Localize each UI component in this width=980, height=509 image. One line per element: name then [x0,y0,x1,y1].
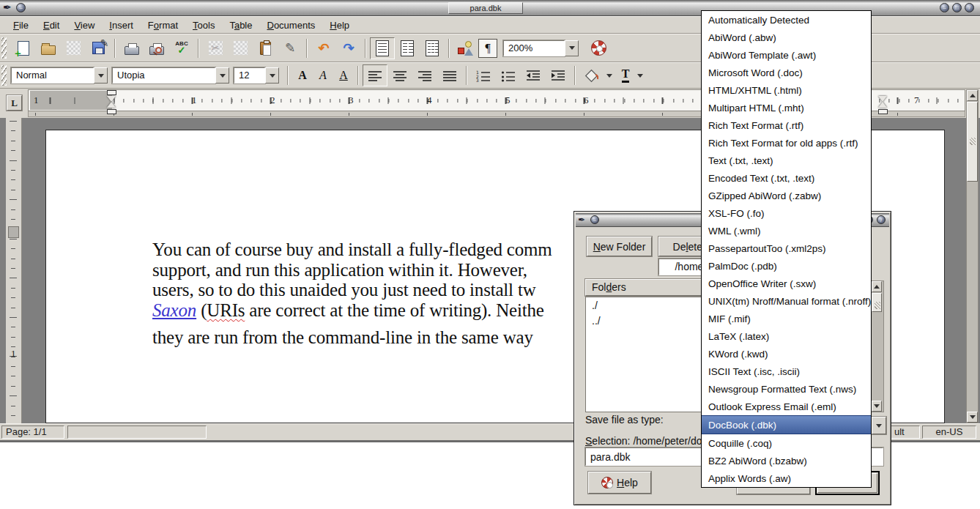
align-center-button[interactable] [387,64,412,86]
menu-tools[interactable]: Tools [187,18,220,32]
left-indent-marker[interactable] [107,96,116,108]
menu-view[interactable]: View [68,18,100,32]
redo-button[interactable]: ↷ [336,37,361,59]
format-option[interactable]: GZipped AbiWord (.zabw) [702,187,871,204]
font-dropdown-button[interactable] [215,67,229,83]
window-menu-button[interactable]: – [16,3,26,12]
format-option[interactable]: AbiWord (.abw) [702,29,871,46]
format-painter-button[interactable]: ✎ [278,37,302,59]
format-option[interactable]: WML (.wml) [702,222,871,239]
toolbar-drag-handle[interactable] [1,65,7,85]
vertical-ruler[interactable]: 1 [6,118,22,423]
format-option[interactable]: OpenOffice Writer (.sxw) [702,275,871,292]
increase-indent-button[interactable] [546,64,571,86]
close-button[interactable]: / [965,3,974,12]
format-option[interactable]: Rich Text Format for old apps (.rtf) [702,134,871,152]
dialog-window-menu-button[interactable]: – [590,215,599,224]
align-left-button[interactable] [363,64,387,86]
open-button[interactable] [36,37,61,59]
scroll-down-button[interactable] [967,412,978,423]
insert-graphic-button[interactable] [453,37,478,59]
tab-selector-button[interactable]: L [7,95,22,111]
view-two-column-button[interactable] [395,37,420,59]
font-value[interactable]: Utopia [112,67,215,83]
format-option[interactable]: Coquille (.coq) [702,434,871,452]
scroll-up-button[interactable] [967,90,978,101]
format-option[interactable]: XSL-FO (.fo) [702,204,871,222]
first-line-indent-marker[interactable] [107,90,116,95]
format-option[interactable]: LaTeX (.latex) [702,327,871,345]
vertical-margin-marker[interactable] [8,226,19,238]
style-dropdown-button[interactable] [94,67,108,83]
format-option[interactable]: AbiWord Template (.awt) [702,46,871,64]
scrollbar-thumb[interactable] [967,102,978,182]
format-option[interactable]: Automatically Detected [702,11,871,29]
print-button[interactable] [119,37,144,59]
minimize-button[interactable]: – [940,3,949,12]
highlight-color-button[interactable] [579,64,604,86]
format-option[interactable]: Encoded Text (.txt, .text) [702,169,871,187]
numbered-list-button[interactable]: 123 [471,64,496,86]
font-color-dropdown[interactable] [635,66,645,85]
bullet-list-button[interactable] [496,64,521,86]
vertical-scrollbar[interactable] [966,89,979,423]
format-option[interactable]: Newsgroup Formatted Text (.nws) [702,380,871,398]
format-option[interactable]: BZ2 AbiWord (.bzabw) [702,452,871,469]
format-option[interactable]: Microsoft Word (.doc) [702,64,871,81]
spellcheck-button[interactable]: ABC✓ [169,37,194,59]
left-indent-base-marker[interactable] [107,109,116,114]
paste-button[interactable] [253,37,278,59]
new-document-button[interactable]: + [11,37,36,59]
scroll-up-button[interactable] [872,281,882,292]
menu-format[interactable]: Format [142,18,184,32]
font-size-value[interactable]: 12 [234,67,265,83]
show-formatting-marks-button[interactable]: ¶ [478,39,497,58]
help-button[interactable] [586,37,611,59]
align-right-button[interactable] [412,64,437,86]
save-as-button[interactable]: ✎ [86,37,111,59]
toolbar-drag-handle[interactable] [1,37,7,59]
menu-edit[interactable]: Edit [37,18,65,32]
menu-insert[interactable]: Insert [103,18,139,32]
maximize-button[interactable]: □ [952,3,962,12]
view-normal-button[interactable] [370,37,395,59]
print-preview-button[interactable] [144,37,169,59]
zoom-dropdown-button[interactable] [565,40,579,56]
menu-help[interactable]: Help [324,18,355,32]
format-option[interactable]: PalmDoc (.pdb) [702,257,871,275]
underline-button[interactable]: A [333,64,354,86]
format-option[interactable]: Applix Words (.aw) [702,469,871,487]
align-justify-button[interactable] [437,64,462,86]
view-three-column-button[interactable] [420,37,445,59]
right-indent-base-marker[interactable] [878,109,888,114]
bold-button[interactable]: A [292,64,313,86]
zoom-value[interactable]: 200% [503,40,565,56]
format-option[interactable]: Text (.txt, .text) [702,152,871,169]
new-folder-button[interactable]: New Folder [587,237,652,256]
highlight-color-dropdown[interactable] [604,66,615,85]
dialog-help-button[interactable]: Help [588,472,651,494]
right-indent-marker[interactable] [878,96,887,108]
scrollbar-thumb[interactable] [872,293,882,312]
format-option[interactable]: MIF (.mif) [702,310,871,327]
format-option[interactable]: Outlook Express Email (.eml) [702,398,871,415]
format-option[interactable]: UNIX(tm) Nroff/Manual format (.nroff) [702,292,871,310]
italic-button[interactable]: A [313,64,333,86]
font-size-dropdown-button[interactable] [265,67,279,83]
format-option[interactable]: PassepartoutToo (.xml2ps) [702,239,871,257]
undo-button[interactable]: ↶ [311,37,336,59]
menu-table[interactable]: Table [223,18,258,32]
dialog-close-button[interactable]: / [877,215,886,224]
format-option[interactable]: Rich Text Format (.rtf) [702,116,871,134]
file-type-dropdown-button[interactable] [872,417,886,434]
format-option[interactable]: ISCII Text (.isc, .iscii) [702,363,871,380]
format-option[interactable]: KWord (.kwd) [702,345,871,363]
format-option[interactable]: HTML/XHTML (.html) [702,81,871,99]
menu-file[interactable]: File [7,18,34,32]
style-value[interactable]: Normal [11,67,94,83]
format-option[interactable]: DocBook (.dbk) [702,415,871,434]
decrease-indent-button[interactable] [521,64,546,86]
scroll-down-button[interactable] [872,401,882,412]
saxon-hyperlink[interactable]: Saxon [152,300,196,320]
font-color-button[interactable]: T [616,64,635,86]
